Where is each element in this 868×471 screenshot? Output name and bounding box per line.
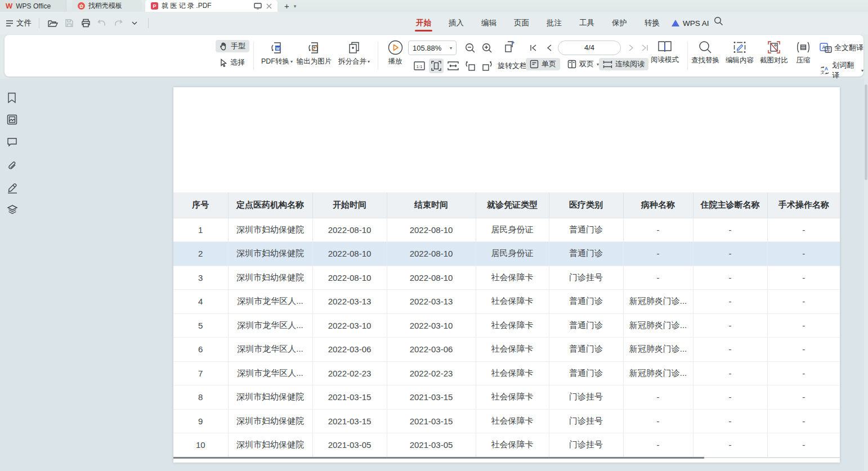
menu-tab-编辑[interactable]: 编辑	[480, 12, 498, 34]
next-page-icon[interactable]	[624, 41, 638, 55]
table-cell: 10	[173, 433, 228, 457]
save-icon[interactable]	[63, 17, 75, 29]
table-row: 9深圳市妇幼保健院2021-03-152021-03-15社会保障卡门诊挂号--…	[173, 409, 840, 433]
open-file-icon[interactable]	[47, 17, 59, 29]
close-tab-icon[interactable]	[266, 3, 272, 9]
bookmark-icon[interactable]	[7, 92, 18, 104]
fit-width-button[interactable]	[446, 59, 460, 73]
ribbon-toolbar: 手型 选择 W PDF转换▾	[5, 35, 863, 77]
thumbnail-icon[interactable]	[7, 114, 18, 125]
signature-pen-icon[interactable]	[7, 182, 18, 193]
table-cell: 深圳市龙华区人...	[228, 290, 312, 314]
table-cell: 普通门诊	[549, 361, 623, 385]
svg-text:文: 文	[821, 70, 825, 75]
docer-icon: ✿	[78, 2, 85, 10]
full-translate-button[interactable]: A 字 全文翻译	[820, 43, 863, 53]
table-cell: 社会保障卡	[476, 433, 549, 457]
table-cell: 普通门诊	[549, 242, 623, 266]
monitor-icon[interactable]	[254, 3, 262, 10]
table-cell: 2022-02-23	[312, 361, 387, 385]
word-translate-button[interactable]: A 文 划词翻译 ▾	[820, 60, 863, 80]
fit-page-button[interactable]	[429, 59, 444, 73]
edit-content-button[interactable]: 编辑内容	[724, 41, 755, 65]
menu-search-icon[interactable]	[714, 16, 723, 26]
zoom-level-select[interactable]: 105.88% ▾	[408, 41, 457, 55]
print-icon[interactable]	[79, 17, 92, 29]
medical-records-table: 序号定点医药机构名称开始时间结束时间就诊凭证类型医疗类别病种名称住院主诊断名称手…	[173, 192, 840, 457]
svg-text:1:1: 1:1	[416, 64, 423, 69]
table-cell: -	[767, 385, 840, 410]
first-page-icon[interactable]	[526, 41, 540, 55]
menu-tab-转换[interactable]: 转换	[643, 12, 661, 34]
tab-list-chevron-icon[interactable]: ▾	[294, 3, 297, 9]
table-row: 5深圳市龙华区人...2022-03-102022-03-10社会保障卡普通门诊…	[173, 313, 840, 338]
tab-label: 找稻壳模板	[88, 1, 122, 11]
rotate-left-icon[interactable]	[463, 59, 477, 73]
comment-icon[interactable]	[7, 137, 18, 149]
zoom-out-icon[interactable]	[463, 41, 477, 55]
play-button[interactable]: 播放	[383, 40, 408, 66]
new-tab-button[interactable]: +	[284, 1, 289, 11]
table-cell: -	[767, 361, 840, 385]
menu-tab-开始[interactable]: 开始	[415, 12, 432, 34]
tab-docer-templates[interactable]: ✿ 找稻壳模板	[72, 0, 142, 12]
table-cell: 门诊挂号	[549, 433, 623, 457]
screenshot-compare-label: 截图对比	[760, 56, 788, 65]
attachment-icon[interactable]	[7, 160, 18, 171]
layers-icon[interactable]	[7, 204, 18, 216]
table-cell: 社会保障卡	[476, 338, 549, 362]
table-row: 4深圳市龙华区人...2022-03-132022-03-13社会保障卡普通门诊…	[173, 290, 840, 314]
find-replace-button[interactable]: 查找替换	[690, 41, 721, 65]
screenshot-compare-button[interactable]: 截图对比	[758, 41, 790, 65]
vertical-scrollbar[interactable]	[864, 79, 868, 471]
page-number-input[interactable]: 4/4	[558, 41, 621, 55]
zoom-in-icon[interactable]	[480, 41, 494, 55]
tab-document-pdf[interactable]: P 就 医 记 录 .PDF	[145, 0, 278, 12]
menu-tab-插入[interactable]: 插入	[448, 12, 465, 34]
menu-row: 文件 开始插入编辑页面批注工具保护转换	[0, 12, 868, 34]
table-cell: -	[767, 266, 840, 290]
table-cell: -	[623, 385, 693, 410]
export-image-button[interactable]: 输出为图片	[296, 41, 333, 66]
table-cell: 2022-03-10	[387, 313, 476, 338]
hand-tool-button[interactable]: 手型	[216, 40, 249, 52]
rotate-right-icon[interactable]	[480, 59, 494, 73]
wps-ai-button[interactable]: WPS AI	[672, 12, 709, 34]
table-cell: -	[623, 409, 693, 433]
undo-icon[interactable]	[96, 17, 108, 29]
menu-tab-批注[interactable]: 批注	[545, 12, 563, 34]
main-menu: 开始插入编辑页面批注工具保护转换	[415, 12, 661, 34]
single-page-button[interactable]: 单页	[526, 58, 560, 70]
table-cell: 深圳市龙华区人...	[228, 361, 312, 385]
quickbar-more-chevron-icon[interactable]	[128, 17, 141, 29]
menu-tab-保护[interactable]: 保护	[611, 12, 628, 34]
scrollbar-thumb[interactable]	[865, 84, 867, 180]
file-menu-label: 文件	[16, 18, 32, 28]
select-tool-button[interactable]: 选择	[216, 56, 249, 69]
table-cell: 门诊挂号	[549, 266, 623, 290]
read-mode-button[interactable]: 阅读模式	[649, 40, 681, 65]
table-cell: 深圳市妇幼保健院	[228, 266, 312, 290]
file-menu-button[interactable]: 文件	[6, 18, 32, 28]
menu-tab-工具[interactable]: 工具	[578, 12, 596, 34]
pdf-convert-button[interactable]: W PDF转换▾	[259, 41, 295, 66]
rotate-doc-label: 旋转文档	[498, 61, 527, 71]
rotate-doc-button[interactable]: 旋转文档	[498, 61, 527, 71]
split-merge-button[interactable]: 拆分合并▾	[335, 41, 373, 66]
redo-icon[interactable]	[112, 17, 124, 29]
continuous-read-button[interactable]: 连续阅读	[599, 58, 648, 70]
double-page-button[interactable]: 双页 ▾	[563, 58, 603, 70]
table-cell: 新冠肺炎门诊...	[623, 313, 693, 338]
prev-page-icon[interactable]	[542, 41, 556, 55]
divider	[253, 42, 254, 70]
table-cell: -	[693, 218, 767, 242]
table-cell: -	[693, 242, 767, 266]
table-cell: -	[693, 290, 767, 314]
swap-pages-icon[interactable]	[502, 39, 517, 54]
compress-button[interactable]: 压缩	[791, 41, 815, 65]
menu-tab-页面[interactable]: 页面	[513, 12, 530, 34]
wps-window: W WPS Office ✿ 找稻壳模板 P 就 医 记 录 .PDF + ▾	[0, 0, 868, 471]
tab-wps-office[interactable]: W WPS Office	[0, 0, 66, 12]
actual-size-button[interactable]: 1:1	[412, 59, 427, 73]
chevron-down-icon: ▾	[861, 68, 863, 73]
